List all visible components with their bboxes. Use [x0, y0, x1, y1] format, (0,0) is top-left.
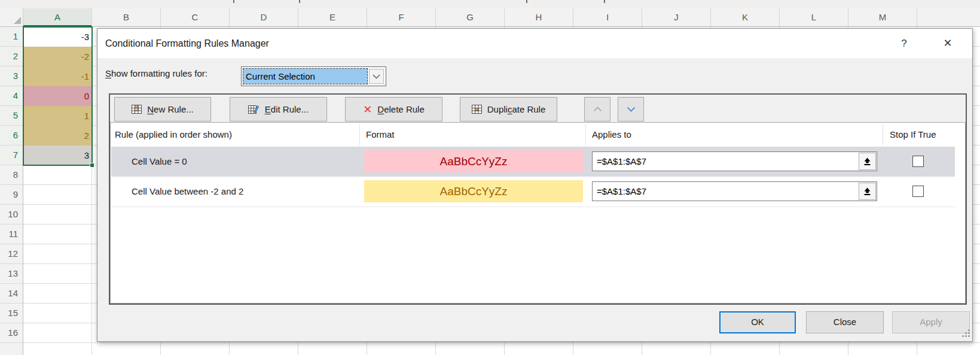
column-header-band: ABCDEFGHIJKLM	[23, 8, 980, 27]
rule-row-cell-value-between[interactable]: Cell Value between -2 and 2 AaBbCcYyZz	[111, 177, 955, 207]
format-preview: AaBbCcYyZz	[364, 180, 583, 202]
help-button[interactable]: ?	[893, 29, 915, 58]
row-header-13[interactable]: 13	[0, 264, 23, 284]
ribbon-tick	[526, 0, 527, 3]
column-header-L[interactable]: L	[780, 8, 848, 27]
row-header-2[interactable]: 2	[0, 47, 23, 66]
applies-to-input[interactable]	[592, 151, 877, 171]
chevron-down-icon	[627, 107, 636, 112]
resize-grip-icon	[962, 329, 970, 338]
dropdown-selected-value: Current Selection	[243, 68, 368, 84]
column-header-B[interactable]: B	[92, 8, 161, 27]
duplicate-rule-button[interactable]: Duplicate Rule	[460, 97, 557, 122]
select-all-triangle-icon	[14, 17, 21, 24]
column-header-applies-to: Applies to	[592, 123, 631, 147]
dialog-titlebar[interactable]: Conditional Formatting Rules Manager ? ✕	[97, 29, 972, 58]
conditional-formatting-rules-manager-dialog: Conditional Formatting Rules Manager ? ✕…	[97, 28, 973, 342]
column-header-J[interactable]: J	[642, 8, 711, 27]
column-divider	[585, 124, 586, 145]
cell-A4[interactable]: 0	[23, 86, 92, 106]
cell-A6[interactable]: 2	[23, 126, 92, 145]
fill-handle[interactable]	[90, 163, 94, 168]
column-header-A[interactable]: A	[23, 8, 92, 27]
apply-button[interactable]: Apply	[892, 311, 970, 333]
list-divider	[111, 207, 955, 207]
row-header-11[interactable]: 11	[0, 224, 23, 244]
row-header-7[interactable]: 7	[0, 145, 23, 165]
collapse-range-button[interactable]	[859, 153, 876, 170]
rule-description: Cell Value between -2 and 2	[132, 177, 243, 207]
rules-list: Rule (applied in order shown) Format App…	[110, 122, 966, 304]
ribbon-bottom-strip	[0, 0, 980, 8]
row-header-15[interactable]: 15	[0, 304, 23, 323]
row-header-9[interactable]: 9	[0, 185, 23, 205]
column-divider	[359, 124, 360, 145]
select-all-corner[interactable]	[0, 8, 23, 27]
collapse-range-icon	[863, 157, 872, 166]
cell-A3[interactable]: -1	[23, 66, 92, 86]
cell-A2[interactable]: -2	[23, 47, 92, 66]
dropdown-chevron-button[interactable]	[369, 69, 384, 84]
column-header-partial[interactable]	[917, 8, 980, 27]
row-header-12[interactable]: 12	[0, 244, 23, 264]
resize-grip[interactable]	[962, 329, 970, 339]
chevron-up-icon	[593, 107, 602, 112]
table-grid-icon	[132, 105, 142, 114]
column-header-C[interactable]: C	[161, 8, 230, 27]
rule-row-cell-value-0[interactable]: Cell Value = 0 AaBbCcYyZz	[111, 147, 955, 177]
row-header-8[interactable]: 8	[0, 165, 23, 185]
format-preview: AaBbCcYyZz	[364, 150, 583, 172]
table-grid-icon	[472, 105, 482, 114]
column-divider	[883, 124, 883, 145]
column-header-I[interactable]: I	[573, 8, 642, 27]
row-header-14[interactable]: 14	[0, 284, 23, 304]
stop-if-true-checkbox[interactable]	[912, 156, 924, 167]
column-header-K[interactable]: K	[711, 8, 780, 27]
applies-to-input[interactable]	[592, 181, 877, 201]
row-header-band: 12345678910111213141516	[0, 27, 23, 355]
row-header-partial[interactable]	[0, 343, 23, 355]
row-header-1[interactable]: 1	[0, 27, 23, 47]
column-header-G[interactable]: G	[436, 8, 505, 27]
rules-group-box: New Rule... Edit Rule... ✕ Delete Rule D…	[109, 93, 967, 305]
ok-button[interactable]: OK	[719, 311, 796, 333]
show-rules-for-dropdown[interactable]: Current Selection	[241, 66, 386, 86]
column-header-F[interactable]: F	[367, 8, 436, 27]
move-rule-up-button[interactable]	[584, 97, 610, 122]
row-header-6[interactable]: 6	[0, 126, 23, 145]
collapse-range-button[interactable]	[859, 183, 876, 200]
stop-if-true-checkbox[interactable]	[912, 186, 924, 197]
new-rule-button[interactable]: New Rule...	[114, 97, 211, 122]
move-rule-down-button[interactable]	[618, 97, 644, 122]
red-x-icon: ✕	[363, 104, 372, 115]
dialog-title: Conditional Formatting Rules Manager	[105, 29, 269, 58]
row-header-5[interactable]: 5	[0, 106, 23, 126]
column-header-rule: Rule (applied in order shown)	[115, 123, 232, 147]
close-icon[interactable]: ✕	[936, 29, 959, 58]
column-header-M[interactable]: M	[848, 8, 917, 27]
cell-A5[interactable]: 1	[23, 106, 92, 126]
chevron-down-icon	[373, 74, 380, 79]
show-rules-for-label: Show formatting rules for:	[105, 68, 207, 78]
ribbon-tick	[233, 0, 234, 3]
row-header-3[interactable]: 3	[0, 66, 23, 86]
cell-A7[interactable]: 3	[23, 145, 92, 165]
table-pencil-icon	[248, 105, 259, 114]
row-header-4[interactable]: 4	[0, 86, 23, 106]
rule-description: Cell Value = 0	[132, 147, 187, 177]
delete-rule-button[interactable]: ✕ Delete Rule	[345, 97, 442, 122]
row-header-10[interactable]: 10	[0, 205, 23, 224]
row-header-16[interactable]: 16	[0, 323, 23, 343]
column-header-H[interactable]: H	[505, 8, 573, 27]
edit-rule-button[interactable]: Edit Rule...	[230, 97, 327, 122]
ribbon-tick	[604, 0, 605, 3]
column-header-format: Format	[366, 123, 395, 147]
column-header-stop-if-true: Stop If True	[890, 123, 936, 147]
collapse-range-icon	[863, 187, 872, 196]
cell-A1[interactable]: -3	[23, 27, 92, 47]
column-header-D[interactable]: D	[230, 8, 298, 27]
column-header-E[interactable]: E	[298, 8, 367, 27]
ribbon-tick	[299, 0, 300, 3]
close-button[interactable]: Close	[806, 311, 884, 333]
